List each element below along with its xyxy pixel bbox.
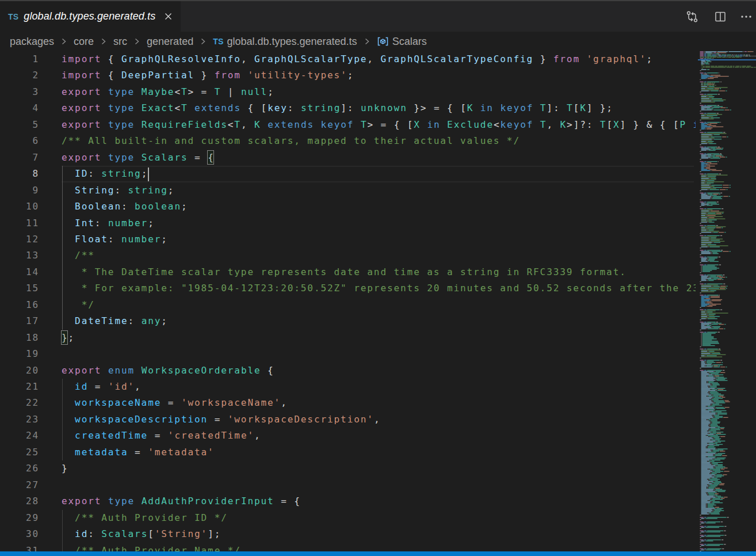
code-line-2[interactable]: import { DeepPartial } from 'utility-typ…: [62, 67, 354, 83]
code-line-7[interactable]: export type Scalars = {: [62, 150, 215, 166]
code-line-12[interactable]: Float: number;: [62, 231, 168, 247]
line-number-28: 28: [0, 493, 39, 509]
tab-close-button[interactable]: [162, 11, 174, 22]
code-line-25[interactable]: metadata = 'metadata': [62, 444, 215, 460]
code-line-4[interactable]: export type Exact<T extends { [key: stri…: [62, 100, 613, 116]
line-number-25: 25: [0, 444, 39, 460]
editor[interactable]: 1234567891011121314151617181920212223242…: [0, 51, 756, 551]
line-number-10: 10: [0, 199, 39, 215]
line-number-3: 3: [0, 84, 39, 100]
line-number-18: 18: [0, 330, 39, 346]
code-line-15[interactable]: * For example: "1985-04-12T23:20:50.52Z"…: [62, 280, 696, 296]
code-line-31[interactable]: /** Auth Provider Name */: [62, 543, 241, 552]
code-line-28[interactable]: export type AddAuthProviderInput = {: [62, 493, 301, 509]
minimap[interactable]: [697, 51, 756, 551]
code-line-10[interactable]: Boolean: boolean;: [62, 199, 188, 215]
breadcrumb-label: global.db.types.generated.ts: [227, 36, 357, 48]
breadcrumbs: packagescoresrcgeneratedTSglobal.db.type…: [0, 32, 756, 51]
line-number-22: 22: [0, 395, 39, 411]
code-line-30[interactable]: id: Scalars['String'];: [62, 526, 221, 542]
ellipsis-icon: [740, 10, 753, 23]
code-line-11[interactable]: Int: number;: [62, 215, 155, 231]
line-number-26: 26: [0, 460, 39, 477]
line-number-29: 29: [0, 510, 39, 526]
code-line-5[interactable]: export type RequireFields<T, K extends k…: [62, 117, 696, 133]
code-line-29[interactable]: /** Auth Provider ID */: [62, 510, 228, 526]
line-number-17: 17: [0, 313, 39, 329]
split-horizontal-icon: [714, 10, 727, 23]
line-number-30: 30: [0, 526, 39, 542]
breadcrumb-item-generated[interactable]: generated: [147, 36, 193, 48]
line-number-9: 9: [0, 182, 39, 199]
line-number-6: 6: [0, 133, 39, 149]
status-bar: [0, 551, 756, 556]
symbol-type-parameter-icon: [377, 36, 389, 47]
close-icon: [164, 12, 173, 21]
chevron-right-icon: [200, 37, 206, 46]
code-line-9[interactable]: String: string;: [62, 182, 174, 199]
bracket-match: [61, 330, 68, 344]
breadcrumb-label: core: [74, 36, 94, 48]
code-line-17[interactable]: DateTime: any;: [62, 313, 168, 329]
code-line-1[interactable]: import { GraphQLResolveInfo, GraphQLScal…: [62, 51, 653, 67]
line-number-2: 2: [0, 67, 39, 83]
minimap-active-line: [698, 59, 756, 61]
tab-global-db-types-generated-ts[interactable]: TS global.db.types.generated.ts: [0, 1, 181, 32]
line-number-13: 13: [0, 247, 39, 264]
split-editor-button[interactable]: [712, 8, 729, 25]
line-number-31: 31: [0, 543, 39, 552]
code-line-16[interactable]: */: [62, 297, 95, 313]
line-number-20: 20: [0, 363, 39, 379]
breadcrumb-item-scalars[interactable]: Scalars: [377, 36, 427, 48]
code-line-3[interactable]: export type Maybe<T> = T | null;: [62, 84, 274, 100]
chevron-right-icon: [134, 37, 140, 46]
code-line-23[interactable]: workspaceDescription = 'workspaceDescrip…: [62, 412, 380, 428]
line-number-14: 14: [0, 264, 39, 280]
breadcrumb-item-global-db-types-generated-ts[interactable]: TSglobal.db.types.generated.ts: [213, 36, 357, 48]
line-number-21: 21: [0, 379, 39, 395]
breadcrumb-label: generated: [147, 36, 193, 48]
line-number-24: 24: [0, 428, 39, 444]
code-line-13[interactable]: /**: [62, 247, 95, 264]
minimap-canvas: [697, 51, 756, 551]
breadcrumb-item-src[interactable]: src: [113, 36, 127, 48]
line-number-4: 4: [0, 100, 39, 116]
code-line-8[interactable]: ID: string;: [62, 166, 148, 182]
chevron-right-icon: [364, 37, 370, 46]
text-cursor: [148, 167, 149, 181]
code-line-14[interactable]: * The DateTime scalar type represents da…: [62, 264, 627, 280]
open-changes-button[interactable]: [684, 8, 701, 25]
compare-changes-icon: [686, 10, 698, 23]
chevron-right-icon: [61, 37, 67, 46]
breadcrumb-item-packages[interactable]: packages: [10, 36, 54, 48]
line-number-5: 5: [0, 117, 39, 133]
breadcrumb-label: Scalars: [392, 36, 427, 48]
code-line-22[interactable]: workspaceName = 'workspaceName',: [62, 395, 288, 411]
breadcrumb-label: src: [113, 36, 127, 48]
typescript-icon: TS: [213, 37, 223, 46]
line-number-11: 11: [0, 215, 39, 231]
line-number-15: 15: [0, 280, 39, 296]
line-number-23: 23: [0, 412, 39, 428]
more-actions-button[interactable]: [738, 8, 755, 25]
line-number-27: 27: [0, 477, 39, 493]
code-line-26[interactable]: }: [62, 460, 68, 477]
code-line-21[interactable]: id = 'id',: [62, 379, 142, 395]
chevron-right-icon: [101, 37, 106, 46]
code-line-24[interactable]: createdTime = 'createdTime',: [62, 428, 261, 444]
breadcrumb-label: packages: [10, 36, 54, 48]
code-line-6[interactable]: /** All built-in and custom scalars, map…: [62, 133, 520, 149]
line-number-7: 7: [0, 150, 39, 166]
line-number-19: 19: [0, 346, 39, 362]
line-number-12: 12: [0, 231, 39, 247]
bracket-match: [207, 150, 215, 164]
line-number-1: 1: [0, 51, 39, 67]
tab-bar: TS global.db.types.generated.ts: [0, 1, 756, 32]
code-area: 1234567891011121314151617181920212223242…: [0, 51, 696, 551]
typescript-icon: TS: [8, 12, 18, 21]
vscode-window: TS global.db.types.generated.ts: [0, 0, 756, 556]
tab-title: global.db.types.generated.ts: [24, 10, 155, 22]
code-line-20[interactable]: export enum WorkspaceOrderable {: [62, 363, 274, 379]
line-number-16: 16: [0, 297, 39, 313]
breadcrumb-item-core[interactable]: core: [74, 36, 94, 48]
